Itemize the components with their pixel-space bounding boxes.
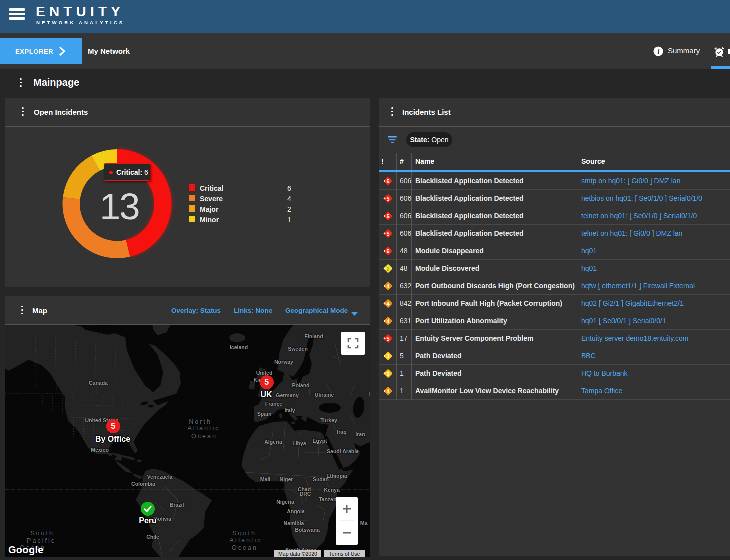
svg-text:13: 13 <box>100 186 139 228</box>
svg-text:i: i <box>658 48 660 56</box>
